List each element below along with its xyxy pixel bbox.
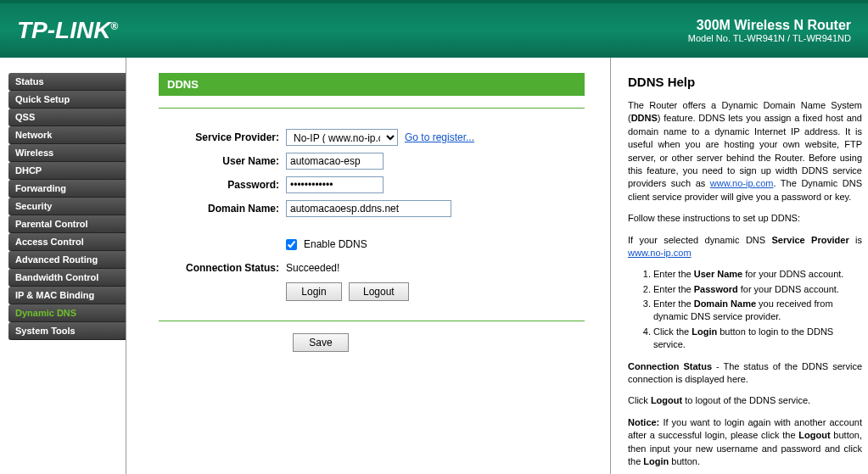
- sidebar-item-system-tools[interactable]: System Tools: [8, 322, 126, 340]
- sidebar-item-qss[interactable]: QSS: [8, 109, 126, 126]
- help-panel: DDNS Help The Router offers a Dynamic Do…: [611, 58, 862, 474]
- sidebar-item-bandwidth-control[interactable]: Bandwidth Control: [8, 269, 126, 287]
- login-button[interactable]: Login: [286, 282, 342, 301]
- help-step: Enter the Password for your DDNS account…: [653, 283, 862, 296]
- label-service-provider: Service Provider:: [159, 131, 286, 143]
- header-product-info: 300M Wireless N Router Model No. TL-WR94…: [688, 18, 851, 43]
- logout-button[interactable]: Logout: [349, 282, 409, 301]
- label-domain-name: Domain Name:: [159, 203, 286, 215]
- help-p6: Notice: If you want to login again with …: [628, 416, 862, 469]
- page-title: DDNS: [159, 73, 585, 96]
- password-input[interactable]: [286, 176, 384, 193]
- help-p3: If your selected dynamic DNS Service Pro…: [628, 234, 862, 260]
- sidebar-item-dynamic-dns[interactable]: Dynamic DNS: [8, 304, 126, 322]
- help-step: Click the Login button to login to the D…: [653, 326, 862, 352]
- sidebar-item-quick-setup[interactable]: Quick Setup: [8, 91, 126, 109]
- help-link-noip[interactable]: www.no-ip.com: [710, 178, 774, 188]
- help-p5: Click Logout to logout of the DDNS servi…: [628, 394, 862, 407]
- sidebar-item-parental-control[interactable]: Parental Control: [8, 215, 126, 233]
- sidebar: StatusQuick SetupQSSNetworkWirelessDHCPF…: [0, 58, 126, 474]
- help-p4: Connection Status - The status of the DD…: [628, 360, 862, 387]
- sidebar-item-access-control[interactable]: Access Control: [8, 233, 126, 251]
- sidebar-item-ip-mac-binding[interactable]: IP & MAC Binding: [8, 287, 126, 304]
- save-button[interactable]: Save: [293, 333, 349, 352]
- help-link-noip-2[interactable]: www.no-ip.com: [628, 248, 692, 258]
- sidebar-item-network[interactable]: Network: [8, 126, 126, 144]
- main-content: DDNS Service Provider: No-IP ( www.no-ip…: [126, 58, 610, 474]
- help-p2: Follow these instructions to set up DDNS…: [628, 212, 862, 225]
- label-connection-status: Connection Status:: [159, 262, 286, 274]
- product-model: Model No. TL-WR941N / TL-WR941ND: [688, 33, 851, 43]
- help-title: DDNS Help: [628, 73, 862, 91]
- sidebar-item-security[interactable]: Security: [8, 198, 126, 215]
- sidebar-item-forwarding[interactable]: Forwarding: [8, 180, 126, 198]
- label-enable-ddns: Enable DDNS: [304, 238, 367, 250]
- header: TP-LINK® 300M Wireless N Router Model No…: [0, 0, 868, 58]
- help-steps: Enter the User Name for your DDNS accoun…: [628, 268, 862, 351]
- sidebar-item-status[interactable]: Status: [8, 73, 126, 91]
- connection-status-value: Succeeded!: [286, 262, 339, 274]
- username-input[interactable]: [286, 153, 384, 170]
- sidebar-item-wireless[interactable]: Wireless: [8, 144, 126, 162]
- service-provider-select[interactable]: No-IP ( www.no-ip.com ): [286, 129, 398, 146]
- help-step: Enter the User Name for your DDNS accoun…: [653, 268, 862, 281]
- help-p1: The Router offers a Dynamic Domain Name …: [628, 99, 862, 204]
- sidebar-item-dhcp[interactable]: DHCP: [8, 162, 126, 180]
- register-link[interactable]: Go to register...: [405, 131, 474, 143]
- product-title: 300M Wireless N Router: [688, 18, 851, 33]
- enable-ddns-checkbox[interactable]: [286, 239, 297, 250]
- sidebar-item-advanced-routing[interactable]: Advanced Routing: [8, 251, 126, 269]
- domain-name-input[interactable]: [286, 200, 451, 217]
- label-password: Password:: [159, 179, 286, 191]
- help-step: Enter the Domain Name you received from …: [653, 298, 862, 324]
- brand-logo: TP-LINK®: [17, 17, 118, 44]
- label-user-name: User Name:: [159, 155, 286, 167]
